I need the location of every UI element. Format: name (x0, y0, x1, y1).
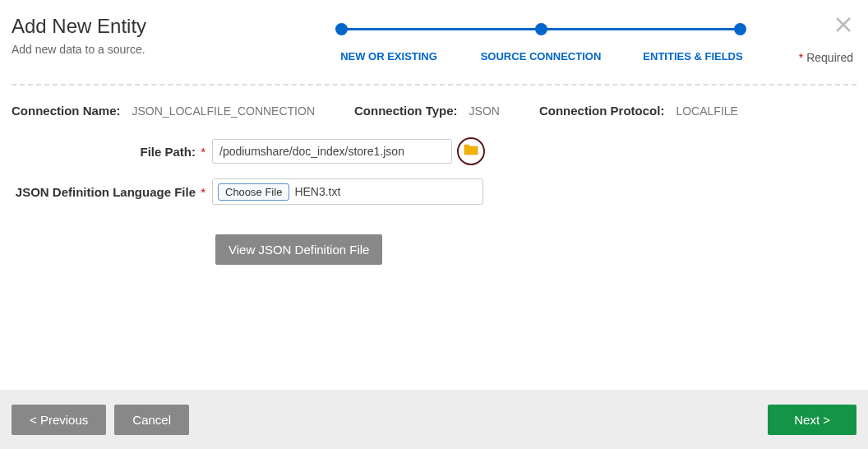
connection-type-label: Connection Type: (354, 104, 458, 118)
choose-file-button[interactable]: Choose File (218, 183, 289, 201)
step-dot-1[interactable] (335, 23, 348, 35)
close-icon[interactable] (833, 15, 853, 38)
json-definition-label: JSON Definition Language File * (12, 185, 212, 199)
wizard-footer: < Previous Cancel Next > (0, 390, 868, 449)
page-subtitle: Add new data to a source. (12, 43, 225, 56)
required-indicator: * Required (799, 51, 853, 64)
previous-button[interactable]: < Previous (12, 405, 106, 435)
connection-name-value: JSON_LOCALFILE_CONNECTION (132, 104, 316, 118)
connection-name-label: Connection Name: (12, 104, 121, 118)
file-path-label: File Path: * (12, 145, 212, 159)
wizard-stepper: NEW OR EXISTING SOURCE CONNECTION ENTITI… (225, 15, 856, 62)
step-label-source-connection[interactable]: SOURCE CONNECTION (471, 50, 611, 62)
connection-protocol-value: LOCALFILE (676, 104, 737, 118)
step-label-entities-fields[interactable]: ENTITIES & FIELDS (623, 50, 763, 62)
step-dot-3[interactable] (734, 23, 746, 35)
step-dot-2[interactable] (535, 23, 547, 35)
connection-protocol-label: Connection Protocol: (539, 104, 665, 118)
step-label-new-or-existing[interactable]: NEW OR EXISTING (319, 50, 459, 62)
next-button[interactable]: Next > (768, 405, 856, 435)
chosen-file-name: HEN3.txt (294, 185, 340, 198)
cancel-button[interactable]: Cancel (114, 405, 189, 435)
page-title: Add New Entity (12, 15, 225, 38)
view-json-definition-button[interactable]: View JSON Definition File (215, 234, 382, 265)
file-path-input[interactable] (212, 139, 452, 164)
folder-icon (463, 143, 479, 160)
file-input-container: Choose File HEN3.txt (212, 178, 483, 205)
connection-type-value: JSON (469, 104, 500, 118)
browse-folder-button[interactable] (457, 137, 485, 165)
